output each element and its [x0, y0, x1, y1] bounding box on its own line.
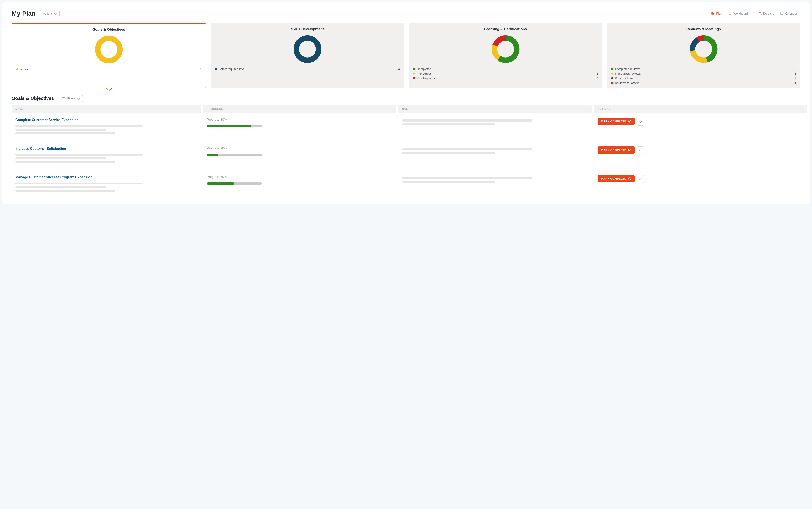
cell-actions: MARK COMPLETE	[594, 146, 807, 165]
cell-progress: Progress 50%	[203, 175, 396, 193]
table-row: Increase Customer SatisfactionProgress 2…	[12, 142, 800, 171]
donut-wrap	[611, 34, 796, 64]
progress-bar-fill	[207, 154, 218, 156]
legend-item: Below required level4	[215, 67, 400, 71]
placeholder-line	[15, 186, 106, 188]
legend-dot-icon	[215, 68, 217, 70]
legend-item: In progress2	[413, 72, 598, 75]
svg-point-29	[629, 149, 631, 151]
svg-point-9	[754, 13, 754, 13]
placeholder-line	[15, 132, 115, 134]
todo-icon	[754, 11, 757, 15]
legend-dot-icon	[611, 68, 613, 70]
legend-value: 1	[795, 81, 796, 84]
legend-label: Reviews for others	[615, 81, 639, 84]
cell-name: Manage Customer Success Program Expansio…	[12, 175, 201, 193]
placeholder-line	[402, 152, 495, 154]
goal-name[interactable]: Increase Customer Satisfaction	[15, 146, 197, 151]
filters-button[interactable]: Filters	[59, 95, 83, 102]
row-more-button[interactable]	[637, 117, 644, 126]
goal-name[interactable]: Complete Customer Service Expansion	[15, 117, 197, 122]
legend-item: Completed6	[413, 67, 598, 71]
table-body: Complete Customer Service ExpansionProgr…	[12, 113, 800, 199]
svg-rect-0	[712, 12, 713, 13]
card-title: Reviews & Meetings	[611, 27, 796, 31]
legend-value: 5	[795, 67, 796, 71]
actions-button[interactable]: Actions	[40, 10, 60, 17]
mark-complete-label: MARK COMPLETE	[601, 120, 626, 123]
donut-wrap	[413, 34, 598, 64]
legend-dot-icon	[413, 73, 415, 75]
placeholder-line	[15, 154, 143, 156]
mark-complete-label: MARK COMPLETE	[601, 148, 626, 152]
row-more-button[interactable]	[637, 175, 644, 183]
goal-name[interactable]: Manage Customer Success Program Expansio…	[15, 175, 197, 180]
cell-actions: MARK COMPLETE	[594, 175, 807, 193]
row-more-button[interactable]	[637, 146, 644, 155]
header-left: My Plan Actions	[12, 10, 60, 17]
mark-complete-button[interactable]: MARK COMPLETE	[598, 117, 635, 125]
check-circle-icon	[628, 120, 631, 123]
card-skills[interactable]: Skills DevelopmentBelow required level4	[211, 23, 404, 89]
check-circle-icon	[628, 148, 631, 152]
col-actions: ACTIONS	[594, 105, 807, 113]
progress-bar	[207, 182, 262, 185]
cell-name: Complete Customer Service Expansion	[12, 117, 201, 136]
placeholder-line	[15, 190, 115, 192]
card-reviews[interactable]: Reviews & MeetingsCompleted reviews5In p…	[607, 23, 800, 89]
legend-item: Pending action2	[413, 76, 598, 80]
svg-rect-4	[729, 12, 731, 14]
table-row: Complete Customer Service ExpansionProgr…	[12, 113, 800, 142]
legend-dot-icon	[611, 77, 613, 79]
legend-value: 2	[596, 76, 598, 80]
placeholder-line	[402, 119, 532, 122]
placeholder-line	[15, 125, 143, 127]
legend-item: Completed reviews5	[611, 67, 796, 71]
legend-dot-icon	[413, 68, 415, 70]
card-goals[interactable]: Goals & ObjectivesActive4	[12, 23, 206, 89]
progress-bar-fill	[207, 182, 234, 185]
card-learning[interactable]: Learning & CertificationsCompleted6In pr…	[409, 23, 602, 89]
col-name: NAME	[12, 105, 201, 113]
legend-dot-icon	[611, 82, 613, 84]
card-title: Goals & Objectives	[16, 28, 201, 32]
legend-value: 2	[596, 72, 598, 75]
cell-name: Increase Customer Satisfaction	[12, 146, 201, 165]
legend-label: Active	[20, 68, 28, 71]
header-row: My Plan Actions PlanWorkboardTo-Do-Lists…	[12, 9, 800, 18]
tab-workboard[interactable]: Workboard	[725, 10, 751, 17]
mark-complete-button[interactable]: MARK COMPLETE	[598, 175, 635, 182]
donut-wrap	[215, 34, 400, 64]
legend-label: Reviews I own	[615, 76, 634, 80]
cell-progress: Progress 20%	[203, 146, 396, 165]
tab-plan[interactable]: Plan	[708, 9, 726, 18]
table-header: NAME PROGRESS DUE ACTIONS	[12, 105, 800, 113]
tab-label: Calendar	[785, 12, 797, 15]
tab-calendar[interactable]: Calendar	[777, 10, 800, 17]
donut-chart	[491, 34, 520, 64]
chevron-down-icon	[639, 177, 642, 180]
app-window: My Plan Actions PlanWorkboardTo-Do-Lists…	[2, 2, 810, 204]
svg-rect-3	[713, 13, 714, 14]
tab-todo[interactable]: To-Do-Lists	[751, 10, 777, 17]
legend-label: In progress	[417, 72, 432, 75]
progress-bar	[207, 125, 262, 127]
plan-icon	[711, 11, 714, 15]
placeholder-line	[402, 177, 532, 179]
svg-point-18	[296, 38, 318, 60]
cell-due	[398, 117, 592, 136]
legend-value: 6	[596, 67, 598, 71]
legend-label: Completed	[417, 67, 431, 71]
mark-complete-button[interactable]: MARK COMPLETE	[598, 146, 635, 154]
calendar-icon	[780, 11, 783, 15]
col-due: DUE	[398, 105, 592, 113]
progress-label: Progress 20%	[207, 146, 392, 150]
tab-label: To-Do-Lists	[759, 12, 774, 15]
placeholder-line	[402, 123, 495, 125]
filter-icon	[62, 97, 65, 100]
legend-dot-icon	[16, 68, 19, 70]
legend-value: 2	[795, 76, 796, 80]
legend-dot-icon	[413, 77, 415, 79]
mark-complete-label: MARK COMPLETE	[601, 177, 626, 180]
progress-label: Progress 80%	[207, 117, 392, 121]
